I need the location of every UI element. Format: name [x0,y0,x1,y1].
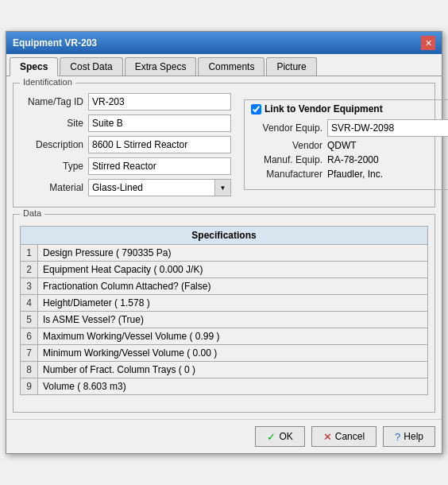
ok-icon: ✓ [267,431,276,443]
site-row: Site [20,114,231,132]
manuf-equip-label: Manuf. Equip. [251,154,322,165]
help-icon: ? [395,431,400,443]
type-input[interactable] [88,157,231,175]
vendor-equip-input[interactable] [327,119,448,137]
row-text: Equipment Heat Capacity ( 0.000 J/K) [38,262,428,278]
manuf-equip-value: RA-78-2000 [327,154,379,165]
vendor-vendor-row: Vendor QDWT [251,140,448,151]
cancel-button[interactable]: ✕ Cancel [311,426,377,447]
dialog: Equipment VR-203 ✕ Specs Cost Data Extra… [6,31,442,454]
data-group: Data Specifications 1Design Pressure ( 7… [13,214,435,413]
material-row: Material ▼ [20,179,231,196]
footer: ✓ OK ✕ Cancel ? Help [6,419,442,453]
row-number: 4 [21,295,38,312]
vendor-equip-input-wrap: ▼ [327,119,448,137]
ok-button[interactable]: ✓ OK [255,426,304,447]
row-number: 7 [21,345,38,362]
help-button[interactable]: ? Help [383,426,435,447]
name-tag-label: Name/Tag ID [20,96,83,107]
material-dropdown-button[interactable]: ▼ [215,179,231,196]
row-text: Height/Diameter ( 1.578 ) [38,295,428,312]
close-button[interactable]: ✕ [421,36,435,50]
row-text: Design Pressure ( 790335 Pa) [38,245,428,262]
manufacturer-label: Manufacturer [251,169,322,180]
manufacturer-row: Manufacturer Pfaudler, Inc. [251,169,448,180]
table-row: 7Minimum Working/Vessel Volume ( 0.00 ) [21,345,428,362]
row-number: 6 [21,328,38,345]
row-text: Volume ( 8.603 m3) [38,378,428,395]
title-bar: Equipment VR-203 ✕ [6,32,442,54]
row-number: 2 [21,262,38,278]
row-text: Number of Fract. Column Trays ( 0 ) [38,362,428,378]
row-text: Maximum Working/Vessel Volume ( 0.99 ) [38,328,428,345]
identification-label: Identification [20,77,75,87]
table-row: 3Fractionation Column Attached? (False) [21,278,428,295]
tab-cost-data[interactable]: Cost Data [60,57,122,76]
table-row: 1Design Pressure ( 790335 Pa) [21,245,428,262]
help-label: Help [404,431,423,442]
vendor-label: Vendor [251,140,322,151]
specifications-table: Specifications 1Design Pressure ( 790335… [20,226,428,395]
row-text: Is ASME Vessel? (True) [38,312,428,328]
site-input[interactable] [88,114,231,132]
content-area: Identification Name/Tag ID Site Descript… [6,76,442,419]
row-number: 9 [21,378,38,395]
tab-picture[interactable]: Picture [266,57,316,76]
cancel-icon: ✕ [323,431,332,443]
identification-group: Identification Name/Tag ID Site Descript… [13,83,435,208]
tab-comments[interactable]: Comments [198,57,265,76]
data-group-label: Data [20,208,44,218]
cancel-label: Cancel [335,431,365,442]
vendor-equip-label: Vendor Equip. [251,122,322,134]
row-text: Minimum Working/Vessel Volume ( 0.00 ) [38,345,428,362]
table-row: 6Maximum Working/Vessel Volume ( 0.99 ) [21,328,428,345]
dialog-title: Equipment VR-203 [13,37,97,48]
tab-bar: Specs Cost Data Extra Specs Comments Pic… [6,54,442,76]
spec-table-header: Specifications [21,227,428,245]
description-input[interactable] [88,136,231,153]
vendor-value: QDWT [327,140,357,151]
row-number: 3 [21,278,38,295]
name-tag-row: Name/Tag ID [20,93,231,111]
type-row: Type [20,157,231,175]
vendor-box: Link to Vendor Equipment Vendor Equip. ▼… [244,99,448,190]
description-label: Description [20,139,83,150]
type-label: Type [20,161,83,172]
form-left: Name/Tag ID Site Description Type [20,93,231,200]
vendor-section: Link to Vendor Equipment Vendor Equip. ▼… [244,93,448,200]
manufacturer-value: Pfaudler, Inc. [327,169,383,180]
description-row: Description [20,136,231,153]
table-row: 9Volume ( 8.603 m3) [21,378,428,395]
row-number: 5 [21,312,38,328]
vendor-header: Link to Vendor Equipment [251,103,448,114]
tab-extra-specs[interactable]: Extra Specs [125,57,197,76]
name-tag-input[interactable] [88,93,231,111]
tab-specs[interactable]: Specs [10,57,58,76]
table-row: 2Equipment Heat Capacity ( 0.000 J/K) [21,262,428,278]
manuf-equip-row: Manuf. Equip. RA-78-2000 [251,154,448,165]
material-label: Material [20,182,83,193]
row-text: Fractionation Column Attached? (False) [38,278,428,295]
vendor-equip-row: Vendor Equip. ▼ [251,119,448,137]
material-dropdown: ▼ [88,179,231,196]
vendor-header-label: Link to Vendor Equipment [265,103,383,114]
table-row: 5Is ASME Vessel? (True) [21,312,428,328]
table-row: 4Height/Diameter ( 1.578 ) [21,295,428,312]
site-label: Site [20,118,83,129]
table-row: 8Number of Fract. Column Trays ( 0 ) [21,362,428,378]
row-number: 1 [21,245,38,262]
ok-label: OK [279,431,292,442]
row-number: 8 [21,362,38,378]
material-input[interactable] [88,179,215,196]
vendor-link-checkbox[interactable] [251,104,261,114]
